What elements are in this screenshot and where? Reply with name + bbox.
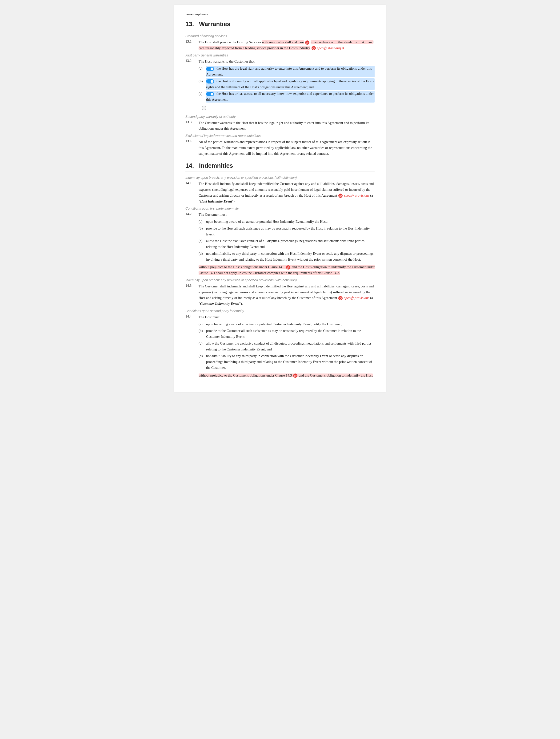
toggle-13-2-c[interactable] (206, 92, 214, 96)
clause-14-2-para: without prejudice to the Host's obligati… (198, 264, 375, 276)
clause-label-14-1: Indemnity upon breach: any provision or … (185, 176, 375, 179)
list-item-14-4-b: (b) provide to the Customer all such ass… (198, 328, 375, 340)
clause-content-13-1: The Host shall provide the Hosting Servi… (198, 39, 375, 51)
list-content-13-2-c: the Host has or has access to all necess… (206, 91, 375, 103)
clause-label-14-4: Conditions upon second party indemnity (185, 309, 375, 313)
clause-label-13-4: Exclusion of implied warranties and repr… (185, 134, 375, 138)
list-label-14-2-a: (a) (198, 219, 206, 225)
clause-num-14-4: 14.4 (185, 314, 198, 318)
document-page: non-compliance. 13. Warranties Standard … (174, 5, 386, 392)
tag-14-2[interactable]: @ (286, 265, 290, 270)
clause-label-14-3: Indemnity upon breach: any provision or … (185, 278, 375, 282)
tag-14-4[interactable]: @ (293, 374, 297, 378)
highlight-14-4-para: without prejudice to the Customer's obli… (198, 374, 373, 377)
section-13: 13. Warranties Standard of hosting servi… (185, 20, 375, 156)
list-item-14-2-d: (d) not admit liability to any third par… (198, 251, 375, 263)
list-content-14-4-d: not admit liability to any third party i… (206, 353, 375, 371)
clause-13-1: 13.1 The Host shall provide the Hosting … (185, 39, 375, 51)
clause-14-4-para: without prejudice to the Customer's obli… (198, 373, 375, 379)
tag-14-1[interactable]: @ (338, 193, 342, 198)
toggle-13-2-b[interactable] (206, 79, 214, 84)
toggle-13-2-a[interactable] (206, 67, 214, 71)
clause-13-4: 13.4 All of the parties' warranties and … (185, 139, 375, 156)
list-item-13-2-c: (c) the Host has or has access to all ne… (198, 91, 375, 103)
specify-provisions-14-1: specify provisions (344, 193, 369, 197)
clause-13-3: 13.3 The Customer warrants to the Host t… (185, 120, 375, 132)
section-13-heading: 13. Warranties (185, 20, 375, 30)
section-14-number: 14. (185, 162, 194, 169)
list-item-14-2-b: (b) provide to the Host all such assista… (198, 226, 375, 237)
list-content-14-4-a: upon becoming aware of an actual or pote… (206, 321, 375, 327)
host-indemnity-event: Host Indemnity Event (200, 199, 232, 203)
tag-13-1-b[interactable]: @ (311, 46, 316, 50)
clause-num-13-3: 13.3 (185, 120, 198, 124)
clause-label-14-2: Conditions upon first party indemnity (185, 206, 375, 210)
customer-indemnity-event: Customer Indemnity Event (200, 302, 239, 306)
list-item-14-2-c: (c) allow the Host the exclusive conduct… (198, 238, 375, 250)
clause-num-13-2: 13.2 (185, 58, 198, 63)
list-content-14-2-d: not admit liability to any third party i… (206, 251, 375, 263)
clause-content-14-2: The Customer must: (a) upon becoming awa… (198, 212, 375, 276)
specify-provisions-14-3: specify provisions (344, 296, 369, 300)
list-label-14-4-a: (a) (198, 321, 206, 327)
section-14: 14. Indemnities Indemnity upon breach: a… (185, 162, 375, 378)
list-label-14-4-b: (b) (198, 328, 206, 334)
clause-content-13-2: The Host warrants to the Customer that: … (198, 58, 375, 113)
list-content-14-4-c: allow the Customer the exclusive conduct… (206, 340, 375, 352)
list-item-13-2-b: (b) the Host will comply with all applic… (198, 78, 375, 90)
clause-content-14-4: The Host must: (a) upon becoming aware o… (198, 314, 375, 379)
list-item-14-4-a: (a) upon becoming aware of an actual or … (198, 321, 375, 327)
list-label-14-4-d: (d) (198, 353, 206, 359)
section-13-number: 13. (185, 20, 194, 27)
list-label-13-2-a: (a) (198, 65, 206, 71)
list-label-13-2-c: (c) (198, 91, 206, 97)
add-warranty-button[interactable] (201, 105, 207, 111)
clause-label-13-3: Second party warranty of authority (185, 115, 375, 119)
clause-num-13-1: 13.1 (185, 39, 198, 43)
specify-standards: specify standard(s). (317, 46, 345, 50)
list-item-13-2-a: (a) the Host has the legal right and aut… (198, 65, 375, 78)
clause-label-13-2: First party general warranties (185, 53, 375, 57)
non-compliance-text: non-compliance. (185, 12, 375, 16)
list-label-14-2-d: (d) (198, 251, 206, 257)
clause-14-4-intro: The Host must: (198, 315, 221, 319)
list-item-14-4-d: (d) not admit liability to any third par… (198, 353, 375, 371)
list-content-14-2-c: allow the Host the exclusive conduct of … (206, 238, 375, 250)
clause-num-13-4: 13.4 (185, 139, 198, 143)
list-item-14-4-c: (c) allow the Customer the exclusive con… (198, 340, 375, 352)
list-content-14-4-b: provide to the Customer all such assista… (206, 328, 375, 340)
list-content-13-2-b: the Host will comply with all applicable… (206, 78, 375, 90)
clause-14-4: 14.4 The Host must: (a) upon becoming aw… (185, 314, 375, 379)
clause-13-2: 13.2 The Host warrants to the Customer t… (185, 58, 375, 113)
tag-13-1-a[interactable]: @ (305, 40, 309, 45)
list-label-13-2-b: (b) (198, 78, 206, 84)
list-item-14-2-a: (a) upon becoming aware of an actual or … (198, 219, 375, 225)
clause-content-13-3: The Customer warrants to the Host that i… (198, 120, 375, 132)
clause-14-2: 14.2 The Customer must: (a) upon becomin… (185, 212, 375, 276)
list-label-14-2-b: (b) (198, 226, 206, 232)
list-content-13-2-a: the Host has the legal right and authori… (206, 65, 375, 78)
list-content-14-2-a: upon becoming aware of an actual or pote… (206, 219, 375, 225)
section-14-heading: 14. Indemnities (185, 162, 375, 171)
clause-14-3: 14.3 The Customer shall indemnify and sh… (185, 283, 375, 307)
clause-14-2-intro: The Customer must: (198, 212, 228, 216)
highlight-14-2-para: without prejudice to the Host's obligati… (198, 265, 375, 275)
list-label-14-4-c: (c) (198, 340, 206, 346)
clause-label-13-1: Standard of hosting services (185, 34, 375, 38)
clause-num-14-3: 14.3 (185, 283, 198, 288)
list-content-14-2-b: provide to the Host all such assistance … (206, 226, 375, 237)
clause-content-14-3: The Customer shall indemnify and shall k… (198, 283, 375, 307)
clause-num-14-2: 14.2 (185, 212, 198, 216)
clause-13-2-intro: The Host warrants to the Customer that: (198, 59, 255, 63)
clause-num-14-1: 14.1 (185, 181, 198, 185)
clause-content-13-4: All of the parties' warranties and repre… (198, 139, 375, 156)
clause-14-1: 14.1 The Host shall indemnify and shall … (185, 181, 375, 204)
list-label-14-2-c: (c) (198, 238, 206, 244)
clause-content-14-1: The Host shall indemnify and shall keep … (198, 181, 375, 204)
tag-14-3[interactable]: @ (338, 296, 342, 300)
highlight-skill-care: with reasonable skill and care (262, 40, 304, 44)
